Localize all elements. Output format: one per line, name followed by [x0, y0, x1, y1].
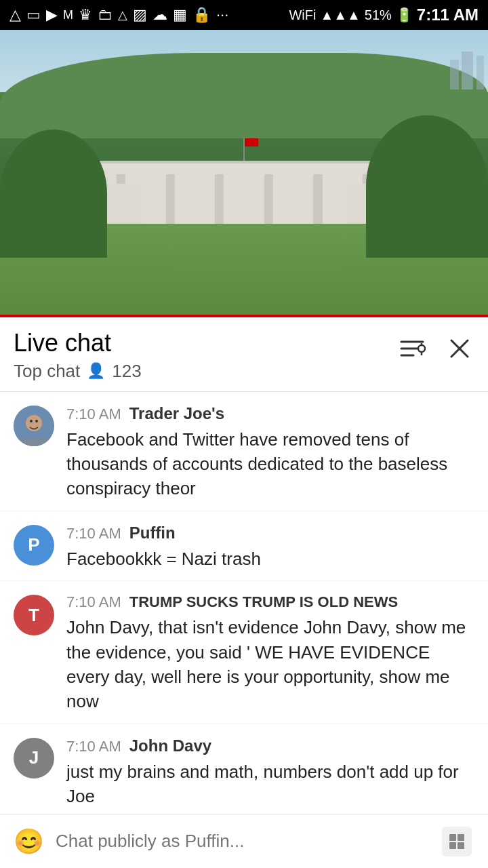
- svg-point-11: [35, 420, 38, 422]
- avatar-3: T: [14, 595, 54, 635]
- chat-meta-3: 7:10 AMTRUMP SUCKS TRUMP IS OLD NEWS: [66, 593, 474, 611]
- avatar-4: J: [14, 738, 54, 778]
- chat-item-3: T7:10 AMTRUMP SUCKS TRUMP IS OLD NEWSJoh…: [0, 581, 488, 724]
- youtube-icon: ▶: [46, 6, 58, 24]
- svg-rect-23: [458, 842, 464, 849]
- chat-time-3: 7:10 AM: [66, 593, 121, 611]
- filter-button[interactable]: [396, 335, 428, 362]
- chat-meta-4: 7:10 AMJohn Davy: [66, 736, 474, 755]
- chat-text-4: just my brains and math, numbers don't a…: [66, 760, 474, 809]
- emoji-icon: 😊: [14, 827, 44, 856]
- chat-list: 7:10 AMTrader Joe'sFacebook and Twitter …: [0, 392, 488, 868]
- chat-item-1: 7:10 AMTrader Joe'sFacebook and Twitter …: [0, 392, 488, 511]
- send-icon-svg: [447, 832, 466, 851]
- send-icon: [442, 827, 472, 856]
- chat-text-3: John Davy, that isn't evidence John Davy…: [66, 615, 474, 714]
- video-player[interactable]: [0, 30, 488, 315]
- wifi-icon: WiFi: [289, 7, 316, 23]
- status-bar: △ ▭ ▶ M ♛ 🗀 △ ▨ ☁ ▦ 🔒 ··· WiFi ▲▲▲ 51% 🔋…: [0, 0, 488, 30]
- chat-content-2: 7:10 AMPuffinFacebookkk = Nazi trash: [66, 524, 474, 571]
- battery-icon: 🔋: [396, 7, 413, 23]
- chat-author-2: Puffin: [129, 524, 176, 542]
- livechat-header-icons: [396, 330, 474, 363]
- chat-item-4: J7:10 AMJohn Davyjust my brains and math…: [0, 724, 488, 819]
- avatar-2: P: [14, 525, 54, 566]
- status-bar-right: WiFi ▲▲▲ 51% 🔋 7:11 AM: [289, 5, 479, 24]
- livechat-title: Live chat: [14, 330, 142, 357]
- flag: [245, 138, 258, 146]
- photo-icon: ▨: [133, 6, 147, 24]
- chat-item-2: P7:10 AMPuffinFacebookkk = Nazi trash: [0, 511, 488, 581]
- m-icon: M: [63, 8, 73, 22]
- svg-point-10: [30, 420, 33, 422]
- emoji-button[interactable]: 😊: [11, 824, 46, 859]
- svg-rect-22: [449, 842, 456, 849]
- chat-time-1: 7:10 AM: [66, 406, 121, 423]
- status-bar-left: △ ▭ ▶ M ♛ 🗀 △ ▨ ☁ ▦ 🔒 ···: [9, 6, 228, 24]
- avatar-1: [14, 406, 54, 446]
- livechat-subtitle[interactable]: Top chat 👤 123: [14, 361, 142, 382]
- alert-icon: △: [9, 6, 21, 24]
- viewer-count-icon: 👤: [87, 362, 105, 380]
- filter-icon-svg: [399, 338, 426, 359]
- signal-icon: ▲▲▲: [320, 7, 360, 23]
- city-skyline: [342, 47, 488, 90]
- treeline-fg-left: [0, 130, 107, 258]
- treeline-fg-right: [366, 115, 488, 258]
- chat-content-3: 7:10 AMTRUMP SUCKS TRUMP IS OLD NEWSJohn…: [66, 593, 474, 714]
- svg-rect-20: [449, 834, 456, 841]
- flagpole: [243, 138, 245, 161]
- chat-author-1: Trader Joe's: [129, 404, 224, 423]
- chat-meta-2: 7:10 AMPuffin: [66, 524, 474, 542]
- crown-icon: ♛: [79, 6, 92, 24]
- battery-level: 51%: [365, 7, 392, 23]
- warning-icon: △: [118, 7, 127, 22]
- cloud-icon: ☁: [152, 6, 167, 24]
- top-chat-label: Top chat: [14, 361, 80, 382]
- chat-content-4: 7:10 AMJohn Davyjust my brains and math,…: [66, 736, 474, 809]
- livechat-title-group: Live chat Top chat 👤 123: [14, 330, 142, 382]
- chat-time-2: 7:10 AM: [66, 525, 121, 542]
- chat-input-bar: 😊: [0, 814, 488, 868]
- livechat-header: Live chat Top chat 👤 123: [0, 317, 488, 382]
- lock-icon: 🔒: [192, 6, 211, 24]
- chat-author-3: TRUMP SUCKS TRUMP IS OLD NEWS: [129, 593, 398, 611]
- message-icon: ▭: [26, 6, 41, 24]
- svg-rect-12: [14, 438, 54, 446]
- folder-icon: 🗀: [98, 6, 113, 24]
- chat-meta-1: 7:10 AMTrader Joe's: [66, 404, 474, 423]
- chat-author-4: John Davy: [129, 736, 211, 755]
- chat-content-1: 7:10 AMTrader Joe'sFacebook and Twitter …: [66, 404, 474, 501]
- chat-time-4: 7:10 AM: [66, 738, 121, 755]
- svg-rect-21: [458, 834, 464, 841]
- chat-input-field[interactable]: [56, 824, 427, 859]
- close-button[interactable]: [445, 334, 474, 363]
- video-scene: [0, 30, 488, 315]
- svg-point-3: [418, 345, 425, 352]
- send-button[interactable]: [436, 824, 477, 859]
- calendar-icon: ▦: [173, 6, 187, 24]
- more-icon: ···: [216, 6, 228, 24]
- chat-text-1: Facebook and Twitter have removed tens o…: [66, 427, 474, 501]
- status-time: 7:11 AM: [417, 5, 479, 24]
- chat-text-2: Facebookkk = Nazi trash: [66, 547, 474, 571]
- close-icon-svg: [447, 336, 472, 361]
- viewer-count: 123: [112, 361, 141, 382]
